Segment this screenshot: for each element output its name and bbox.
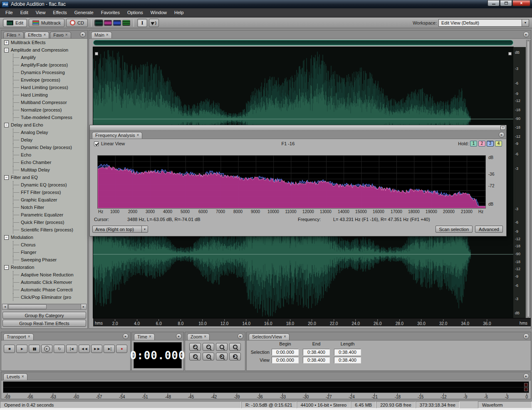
cd-view-button[interactable]: CD — [66, 19, 88, 27]
effect-item-sweeping-phaser[interactable]: Sweeping Phaser — [2, 256, 87, 263]
edit-view-button[interactable]: Edit — [3, 19, 27, 27]
panel-menu-icon[interactable]: ► — [238, 333, 243, 339]
tab-close-icon[interactable]: × — [136, 133, 139, 137]
spectrum-plot[interactable] — [97, 155, 486, 209]
selection-length-field[interactable]: 0:38.400 — [334, 349, 361, 355]
tree-expander-icon[interactable]: − — [4, 123, 9, 127]
record-button[interactable]: ● — [116, 345, 127, 353]
group-real-time-effects-button[interactable]: Group Real-Time Effects — [2, 320, 86, 327]
close-icon[interactable]: × — [500, 126, 505, 130]
tree-expander-icon[interactable]: − — [4, 175, 9, 180]
tab-close-icon[interactable]: × — [44, 33, 46, 37]
timeline-ruler[interactable]: hms 2.04.06.08.010.012.014.016.018.020.0… — [93, 318, 531, 326]
title-bar[interactable]: Au Adobe Audition - flac.flac × — [0, 0, 532, 8]
menu-favorites[interactable]: Favorites — [97, 8, 124, 17]
effect-item-hard-limiting-process[interactable]: Hard Limiting (process) — [2, 84, 87, 91]
play-button[interactable]: ► — [16, 345, 27, 353]
effect-item-flanger[interactable]: Flanger — [2, 248, 87, 256]
time-display[interactable]: 0:00.000 — [134, 342, 182, 368]
effect-item-amplify-fade-process[interactable]: Amplify/Fade (process) — [2, 61, 87, 69]
selection-grip-left[interactable] — [95, 52, 98, 55]
effect-item-adaptive-noise-reduction[interactable]: Adaptive Noise Reduction — [2, 271, 87, 278]
clip-indicator-right[interactable] — [524, 388, 528, 391]
tab-close-icon[interactable]: × — [149, 335, 151, 339]
effects-tree-scrollbar[interactable]: ◄ ► — [2, 304, 87, 310]
menu-file[interactable]: File — [2, 8, 17, 17]
pause-button[interactable]: ▮▮ — [29, 345, 40, 353]
effect-item-hard-limiting[interactable]: Hard Limiting — [2, 91, 87, 99]
linear-view-checkbox[interactable] — [94, 142, 99, 146]
tab-transport[interactable]: Transport × — [3, 333, 34, 340]
scrollbar-thumb[interactable] — [8, 304, 47, 309]
effect-item-dynamics-processing[interactable]: Dynamics Processing — [2, 69, 87, 76]
minimize-button[interactable] — [487, 0, 500, 6]
tab-close-icon[interactable]: × — [18, 33, 20, 37]
effect-item-analog-delay[interactable]: Analog Delay — [2, 129, 87, 136]
zoom-right-edge-button[interactable]: ► — [229, 353, 241, 360]
spectral-pan-view-icon[interactable] — [113, 20, 121, 26]
scan-selection-button[interactable]: Scan selection — [435, 226, 473, 233]
tab-close-icon[interactable]: × — [28, 335, 30, 339]
effect-item-automatic-phase-correcti[interactable]: Automatic Phase Correcti — [2, 286, 87, 293]
tab-close-icon[interactable]: × — [204, 335, 206, 339]
area-mode-select[interactable]: Area (Right on top) ▼ — [92, 226, 148, 233]
spectral-phase-view-icon[interactable] — [122, 20, 130, 26]
tab-effects[interactable]: Effects× — [25, 32, 49, 38]
zoom-left-edge-button[interactable]: ◄ — [216, 353, 228, 360]
scroll-right-icon[interactable]: ► — [81, 304, 86, 309]
tab-time[interactable]: Time × — [134, 333, 155, 340]
zoom-out-vertical-button[interactable]: − — [203, 353, 214, 360]
loop-button[interactable]: ↻ — [54, 345, 65, 353]
view-length-field[interactable]: 0:38.400 — [334, 357, 361, 363]
amplitude-ruler[interactable]: dB-3-6-9-12-18-90-18-12-9-6-3-3-6-9-12-1… — [513, 47, 526, 318]
effect-item-scientific-filters-process[interactable]: Scientific Filters (process) — [2, 226, 87, 234]
zoom-to-selection-button[interactable]: □ — [229, 343, 241, 351]
effect-category-multitrack-effects[interactable]: +Multitrack Effects — [2, 39, 87, 46]
menu-effects[interactable]: Effects — [49, 8, 70, 17]
spectral-frequency-view-icon[interactable] — [104, 20, 112, 26]
tree-expander-icon[interactable]: − — [4, 48, 9, 52]
hold-1-button[interactable]: 1 — [470, 141, 477, 147]
scrollbar-thumb[interactable] — [527, 41, 530, 317]
effect-item-graphic-equalizer[interactable]: Graphic Equalizer — [2, 196, 87, 204]
effect-item-click-pop-eliminator-pro[interactable]: Click/Pop Eliminator (pro — [2, 293, 87, 301]
fast-forward-button[interactable]: ►► — [91, 345, 102, 353]
scroll-left-icon[interactable]: ◄ — [2, 304, 8, 309]
hold-3-button[interactable]: 3 — [487, 141, 494, 147]
zoom-in-horizontal-button[interactable]: + — [189, 343, 201, 351]
chevron-down-icon[interactable]: ▼ — [141, 226, 148, 232]
panel-menu-icon[interactable]: ► — [499, 132, 505, 138]
panel-menu-icon[interactable]: ► — [123, 333, 129, 339]
clip-indicator-left[interactable] — [524, 383, 528, 387]
effect-item-amplify[interactable]: Amplify — [2, 54, 87, 61]
tab-files[interactable]: Files× — [3, 32, 24, 38]
effect-item-chorus[interactable]: Chorus — [2, 241, 87, 248]
effect-item-quick-filter-process[interactable]: Quick Filter (process) — [2, 219, 87, 226]
effect-item-notch-filter[interactable]: Notch Filter — [2, 204, 87, 211]
effect-item-fft-filter-process[interactable]: FFT Filter (process) — [2, 189, 87, 196]
view-begin-field[interactable]: 0:00.000 — [272, 357, 299, 363]
group-by-category-button[interactable]: Group By Category — [2, 312, 86, 319]
effect-item-automatic-click-remover[interactable]: Automatic Click Remover — [2, 278, 87, 286]
text-tool-button[interactable]: I — [137, 19, 147, 27]
tab-close-icon[interactable]: × — [22, 375, 24, 379]
tree-expander-icon[interactable]: − — [4, 265, 9, 270]
frequency-analysis-titlebar[interactable]: × — [90, 125, 506, 131]
effect-item-tube-modeled-compress[interactable]: Tube-modeled Compress — [2, 114, 87, 121]
level-meter[interactable] — [3, 381, 529, 393]
workspace-select[interactable]: Edit View (Default) ▼ — [438, 19, 529, 27]
maximize-button[interactable] — [500, 0, 512, 6]
effect-item-dynamic-delay-process[interactable]: Dynamic Delay (process) — [2, 144, 87, 151]
menu-generate[interactable]: Generate — [71, 8, 97, 17]
chevron-down-icon[interactable]: ▼ — [522, 20, 529, 26]
zoom-in-vertical-button[interactable]: + — [189, 353, 201, 360]
close-button[interactable]: × — [512, 0, 530, 6]
effect-item-normalize-process[interactable]: Normalize (process) — [2, 106, 87, 114]
effect-item-dynamic-eq-process[interactable]: Dynamic EQ (process) — [2, 181, 87, 189]
rewind-button[interactable]: ◄◄ — [79, 345, 90, 353]
tab-favo[interactable]: Favo× — [50, 32, 71, 38]
go-to-end-button[interactable]: ►| — [104, 345, 115, 353]
scrub-tool-button[interactable]: ) — [149, 19, 159, 27]
menu-edit[interactable]: Edit — [17, 8, 32, 17]
tab-frequency-analysis[interactable]: Frequency Analysis × — [92, 132, 142, 139]
